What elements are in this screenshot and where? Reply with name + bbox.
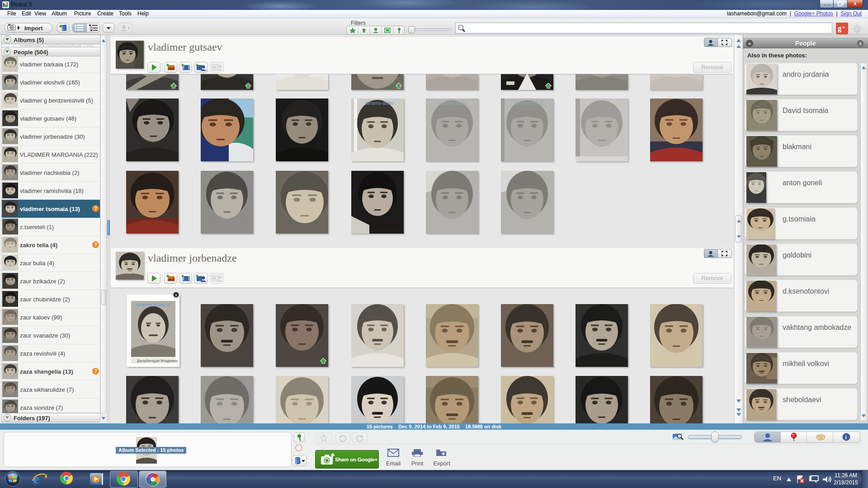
svg-text:Джорбенадзе Владимир: Джорбенадзе Владимир [137,359,178,363]
svg-text:dinamo-tbilisi.ru: dinamo-tbilisi.ru [135,302,170,307]
svg-text:+: + [842,24,845,30]
svg-text:g: g [838,24,842,33]
svg-text:dinamo-tbilisi: dinamo-tbilisi [365,100,394,106]
svg-text:dinamo-tbilisi: dinamo-tbilisi [514,100,542,106]
svg-text:dinamo-tbilisi: dinamo-tbilisi [439,100,467,106]
svg-text:e: e [33,471,39,486]
